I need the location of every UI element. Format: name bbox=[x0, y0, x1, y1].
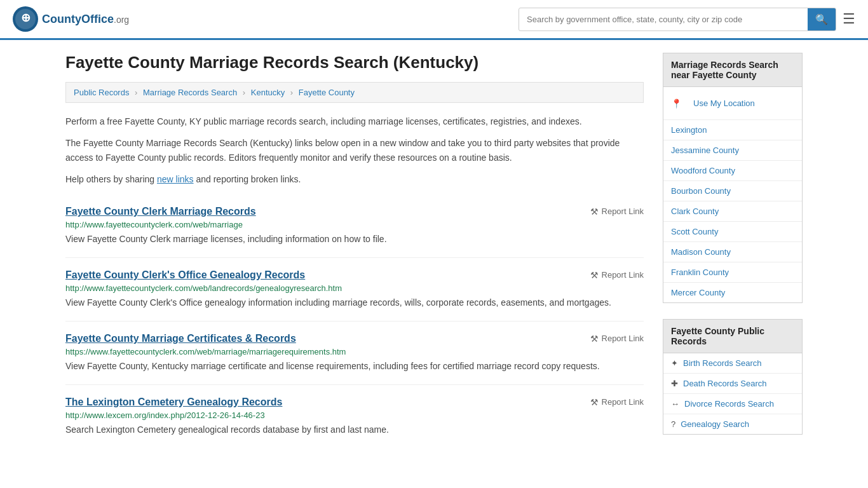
nearby-county-link[interactable]: Lexington bbox=[663, 120, 802, 140]
record-url[interactable]: https://www.fayettecountyclerk.com/web/m… bbox=[65, 347, 644, 356]
breadcrumb-fayette[interactable]: Fayette County bbox=[299, 88, 355, 97]
public-record-link[interactable]: ?Genealogy Search bbox=[663, 414, 802, 434]
public-record-icon: ? bbox=[671, 419, 675, 429]
record-title[interactable]: Fayette County Clerk's Office Genealogy … bbox=[65, 269, 305, 281]
use-location-link[interactable]: Use My Location bbox=[686, 93, 763, 113]
logo-icon: ⊕ bbox=[13, 6, 38, 32]
nearby-section: Marriage Records Search near Fayette Cou… bbox=[663, 53, 803, 303]
record-item: Fayette County Clerk Marriage Records ⚒ … bbox=[65, 194, 644, 258]
public-record-link[interactable]: ↔Divorce Records Search bbox=[663, 394, 802, 414]
public-record-item[interactable]: ✦Birth Records Search bbox=[663, 353, 802, 374]
public-record-label: Death Records Search bbox=[683, 379, 767, 388]
public-record-label: Birth Records Search bbox=[683, 358, 762, 368]
public-record-icon: ✦ bbox=[671, 358, 678, 368]
report-label: Report Link bbox=[602, 397, 644, 407]
nearby-heading: Marriage Records Search near Fayette Cou… bbox=[663, 53, 803, 87]
public-record-link[interactable]: ✦Birth Records Search bbox=[663, 353, 802, 373]
public-record-item[interactable]: ✚Death Records Search bbox=[663, 374, 802, 394]
public-record-link[interactable]: ✚Death Records Search bbox=[663, 374, 802, 393]
new-links-link[interactable]: new links bbox=[157, 174, 194, 184]
description-1: Perform a free Fayette County, KY public… bbox=[65, 114, 644, 128]
public-record-item[interactable]: ↔Divorce Records Search bbox=[663, 394, 802, 414]
nearby-county-link[interactable]: Woodford County bbox=[663, 161, 802, 180]
page-title: Fayette County Marriage Records Search (… bbox=[65, 53, 644, 72]
record-description: View Fayette County Clerk's Office genea… bbox=[65, 296, 644, 309]
header-right: 🔍 ☰ bbox=[519, 8, 855, 31]
nearby-county-link[interactable]: Franklin County bbox=[663, 262, 802, 282]
svg-text:⊕: ⊕ bbox=[21, 11, 31, 24]
nearby-county-item[interactable]: Franklin County bbox=[663, 262, 802, 283]
record-header: Fayette County Clerk's Office Genealogy … bbox=[65, 269, 644, 281]
description-3: Help others by sharing new links and rep… bbox=[65, 172, 644, 186]
public-record-label: Divorce Records Search bbox=[684, 399, 774, 409]
public-record-label: Genealogy Search bbox=[681, 419, 749, 429]
public-records-section: Fayette County Public Records ✦Birth Rec… bbox=[663, 319, 803, 435]
menu-icon[interactable]: ☰ bbox=[843, 11, 855, 27]
public-record-icon: ✚ bbox=[671, 379, 678, 388]
report-icon: ⚒ bbox=[590, 207, 599, 217]
nearby-list: 📍 Use My Location LexingtonJessamine Cou… bbox=[663, 87, 803, 303]
nearby-county-item[interactable]: Clark County bbox=[663, 201, 802, 222]
logo-text: CountyOffice.org bbox=[42, 13, 129, 26]
search-input[interactable] bbox=[519, 10, 808, 29]
sidebar: Marriage Records Search near Fayette Cou… bbox=[663, 53, 803, 451]
search-button[interactable]: 🔍 bbox=[808, 8, 836, 30]
report-icon: ⚒ bbox=[590, 397, 599, 407]
location-icon: 📍 bbox=[671, 98, 682, 109]
record-item: Fayette County Marriage Certificates & R… bbox=[65, 322, 644, 385]
public-record-item[interactable]: ?Genealogy Search bbox=[663, 414, 802, 434]
record-description: Search Lexington Cemetery genealogical r… bbox=[65, 423, 644, 437]
main-container: Fayette County Marriage Records Search (… bbox=[53, 40, 815, 463]
record-title[interactable]: The Lexington Cemetery Genealogy Records bbox=[65, 396, 282, 408]
use-location-item[interactable]: 📍 Use My Location bbox=[663, 87, 802, 120]
breadcrumb-public-records[interactable]: Public Records bbox=[74, 88, 129, 97]
report-link[interactable]: ⚒ Report Link bbox=[590, 397, 644, 407]
report-label: Report Link bbox=[602, 207, 644, 216]
logo-area: ⊕ CountyOffice.org bbox=[13, 6, 129, 32]
search-bar: 🔍 bbox=[519, 8, 836, 31]
nearby-county-link[interactable]: Bourbon County bbox=[663, 181, 802, 201]
nearby-county-link[interactable]: Madison County bbox=[663, 242, 802, 262]
description-2: The Fayette County Marriage Records Sear… bbox=[65, 136, 644, 165]
public-records-list: ✦Birth Records Search✚Death Records Sear… bbox=[663, 353, 803, 435]
record-header: Fayette County Marriage Certificates & R… bbox=[65, 333, 644, 344]
record-description: View Fayette County, Kentucky marriage c… bbox=[65, 360, 644, 373]
nearby-county-item[interactable]: Bourbon County bbox=[663, 181, 802, 201]
report-link[interactable]: ⚒ Report Link bbox=[590, 270, 644, 280]
nearby-county-item[interactable]: Madison County bbox=[663, 242, 802, 262]
header: ⊕ CountyOffice.org 🔍 ☰ bbox=[0, 0, 868, 40]
nearby-county-link[interactable]: Clark County bbox=[663, 201, 802, 221]
nearby-county-link[interactable]: Scott County bbox=[663, 222, 802, 241]
breadcrumb-marriage-records[interactable]: Marriage Records Search bbox=[143, 88, 237, 97]
record-header: Fayette County Clerk Marriage Records ⚒ … bbox=[65, 206, 644, 217]
record-description: View Fayette County Clerk marriage licen… bbox=[65, 233, 644, 246]
breadcrumb: Public Records › Marriage Records Search… bbox=[65, 82, 644, 103]
content-area: Fayette County Marriage Records Search (… bbox=[65, 53, 644, 451]
record-title[interactable]: Fayette County Clerk Marriage Records bbox=[65, 206, 256, 217]
record-url[interactable]: http://www.fayettecountyclerk.com/web/la… bbox=[65, 283, 644, 293]
public-record-icon: ↔ bbox=[671, 399, 679, 409]
breadcrumb-kentucky[interactable]: Kentucky bbox=[251, 88, 285, 97]
public-records-heading: Fayette County Public Records bbox=[663, 319, 803, 353]
report-label: Report Link bbox=[602, 270, 644, 280]
report-link[interactable]: ⚒ Report Link bbox=[590, 334, 644, 344]
record-item: Fayette County Clerk's Office Genealogy … bbox=[65, 258, 644, 322]
nearby-county-item[interactable]: Lexington bbox=[663, 120, 802, 140]
nearby-county-item[interactable]: Woodford County bbox=[663, 161, 802, 181]
record-url[interactable]: http://www.lexcem.org/index.php/2012-12-… bbox=[65, 410, 644, 420]
nearby-county-item[interactable]: Scott County bbox=[663, 222, 802, 242]
nearby-county-item[interactable]: Jessamine County bbox=[663, 140, 802, 161]
record-url[interactable]: http://www.fayettecountyclerk.com/web/ma… bbox=[65, 220, 644, 229]
report-link[interactable]: ⚒ Report Link bbox=[590, 207, 644, 217]
report-icon: ⚒ bbox=[590, 334, 599, 344]
nearby-county-link[interactable]: Mercer County bbox=[663, 283, 802, 302]
report-icon: ⚒ bbox=[590, 270, 599, 280]
record-title[interactable]: Fayette County Marriage Certificates & R… bbox=[65, 333, 296, 344]
nearby-county-link[interactable]: Jessamine County bbox=[663, 140, 802, 160]
record-header: The Lexington Cemetery Genealogy Records… bbox=[65, 396, 644, 408]
nearby-county-item[interactable]: Mercer County bbox=[663, 283, 802, 302]
report-label: Report Link bbox=[602, 334, 644, 343]
records-container: Fayette County Clerk Marriage Records ⚒ … bbox=[65, 194, 644, 448]
record-item: The Lexington Cemetery Genealogy Records… bbox=[65, 385, 644, 448]
